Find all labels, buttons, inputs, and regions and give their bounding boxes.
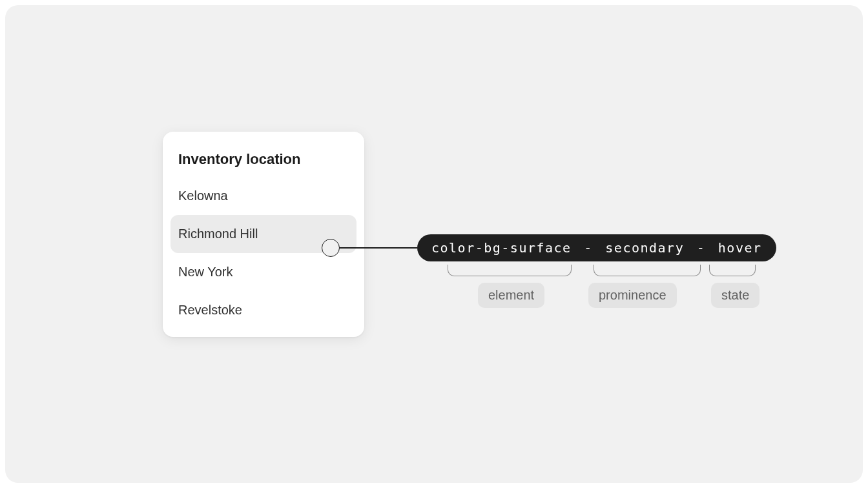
legend-bracket-element — [448, 265, 572, 276]
annotation-anchor-dot — [322, 239, 340, 257]
legend-bracket-prominence — [594, 265, 701, 276]
legend-bracket-state — [709, 265, 756, 276]
popover-item-revelstoke[interactable]: Revelstoke — [170, 291, 356, 329]
legend-chip-prominence: prominence — [588, 283, 677, 308]
popover-title: Inventory location — [170, 139, 356, 177]
token-part-state: hover — [718, 240, 762, 256]
token-part-prominence: secondary — [605, 240, 684, 256]
design-token-pill: color-bg-surface - secondary - hover — [417, 234, 776, 261]
annotation-connector-line — [340, 247, 417, 249]
inventory-location-popover: Inventory location Kelowna Richmond Hill… — [163, 132, 364, 337]
token-separator: - — [693, 240, 710, 256]
diagram-canvas: Inventory location Kelowna Richmond Hill… — [5, 5, 863, 483]
token-separator: - — [580, 240, 597, 256]
legend-chip-state: state — [711, 283, 760, 308]
popover-item-new-york[interactable]: New York — [170, 253, 356, 291]
legend-chip-element: element — [478, 283, 544, 308]
popover-item-kelowna[interactable]: Kelowna — [170, 177, 356, 215]
token-part-element: color-bg-surface — [431, 240, 572, 256]
